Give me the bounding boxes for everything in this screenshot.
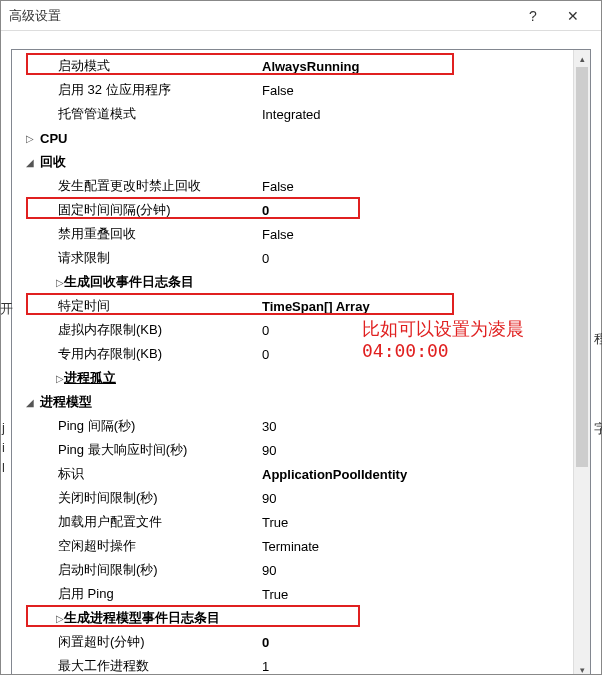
category-label: CPU [36,131,282,146]
property-label: 空闲超时操作 [12,537,258,555]
property-row[interactable]: 虚拟内存限制(KB)0 [12,318,590,342]
property-value[interactable]: AlwaysRunning [258,59,590,74]
expander-closed-icon[interactable]: ▷ [18,133,36,144]
property-row[interactable]: Ping 间隔(秒)30 [12,414,590,438]
bg-fragment: i [2,440,5,455]
property-row[interactable]: 托管管道模式Integrated [12,102,590,126]
property-label: Ping 最大响应时间(秒) [12,441,258,459]
property-row[interactable]: 闲置超时(分钟)0 [12,630,590,654]
property-row[interactable]: 特定时间TimeSpan[] Array [12,294,590,318]
property-row[interactable]: 启用 PingTrue [12,582,590,606]
property-label: 专用内存限制(KB) [12,345,258,363]
property-value[interactable]: False [258,227,590,242]
property-row[interactable]: ▷CPU [12,126,590,150]
expander-closed-icon[interactable]: ▷ [36,613,60,624]
property-grid[interactable]: 比如可以设置为凌晨 04:00:00 启动模式AlwaysRunning启用 3… [11,49,591,674]
property-row[interactable]: 启动模式AlwaysRunning [12,54,590,78]
category-label: 生成回收事件日志条目 [60,273,306,291]
property-value[interactable]: 0 [258,203,590,218]
property-label: 启用 32 位应用程序 [12,81,258,99]
property-value[interactable]: Integrated [258,107,590,122]
property-label: 发生配置更改时禁止回收 [12,177,258,195]
property-row[interactable]: ▷生成回收事件日志条目 [12,270,590,294]
property-row[interactable]: ◢回收 [12,150,590,174]
scroll-down-icon[interactable]: ▾ [574,661,590,674]
category-label: 进程模型 [36,393,282,411]
property-value[interactable]: True [258,515,590,530]
property-row[interactable]: 关闭时间限制(秒)90 [12,486,590,510]
property-row[interactable]: ◢进程模型 [12,390,590,414]
grid-body: 启动模式AlwaysRunning启用 32 位应用程序False托管管道模式I… [12,50,590,674]
property-value[interactable]: False [258,179,590,194]
property-label: Ping 间隔(秒) [12,417,258,435]
property-row[interactable]: 启用 32 位应用程序False [12,78,590,102]
property-value[interactable]: Terminate [258,539,590,554]
property-label: 托管管道模式 [12,105,258,123]
category-label: 生成进程模型事件日志条目 [60,609,306,627]
category-label: 回收 [36,153,282,171]
property-value[interactable]: 0 [258,347,590,362]
bg-fragment: 开 [0,300,13,318]
property-label: 加载用户配置文件 [12,513,258,531]
property-label: 标识 [12,465,258,483]
scroll-up-icon[interactable]: ▴ [574,50,590,67]
property-label: 虚拟内存限制(KB) [12,321,258,339]
property-label: 请求限制 [12,249,258,267]
property-value[interactable]: 0 [258,635,590,650]
bg-fragment: 字 [594,420,602,438]
property-row[interactable]: 固定时间间隔(分钟)0 [12,198,590,222]
property-label: 闲置超时(分钟) [12,633,258,651]
property-value[interactable]: 90 [258,443,590,458]
expander-closed-icon[interactable]: ▷ [36,373,60,384]
property-value[interactable]: True [258,587,590,602]
property-value[interactable]: TimeSpan[] Array [258,299,590,314]
property-value[interactable]: 0 [258,323,590,338]
close-button[interactable]: ✕ [553,1,593,31]
property-row[interactable]: 禁用重叠回收False [12,222,590,246]
property-row[interactable]: Ping 最大响应时间(秒)90 [12,438,590,462]
property-label: 特定时间 [12,297,258,315]
category-label: 进程孤立 [60,369,306,387]
bg-fragment: l [2,460,5,475]
scroll-thumb[interactable] [576,67,588,467]
property-label: 启动时间限制(秒) [12,561,258,579]
property-row[interactable]: ▷生成进程模型事件日志条目 [12,606,590,630]
vertical-scrollbar[interactable]: ▴ ▾ [573,50,590,674]
property-label: 关闭时间限制(秒) [12,489,258,507]
property-label: 固定时间间隔(分钟) [12,201,258,219]
bg-fragment: j [2,420,5,435]
property-row[interactable]: 最大工作进程数1 [12,654,590,674]
property-value[interactable]: ApplicationPoolIdentity [258,467,590,482]
advanced-settings-dialog: 高级设置 ? ✕ 比如可以设置为凌晨 04:00:00 启动模式AlwaysRu… [0,0,602,675]
property-row[interactable]: ▷进程孤立 [12,366,590,390]
property-label: 禁用重叠回收 [12,225,258,243]
dialog-content: 比如可以设置为凌晨 04:00:00 启动模式AlwaysRunning启用 3… [1,31,601,674]
property-row[interactable]: 请求限制0 [12,246,590,270]
property-row[interactable]: 标识ApplicationPoolIdentity [12,462,590,486]
property-label: 启用 Ping [12,585,258,603]
expander-closed-icon[interactable]: ▷ [36,277,60,288]
property-value[interactable]: 90 [258,563,590,578]
property-row[interactable]: 启动时间限制(秒)90 [12,558,590,582]
property-value[interactable]: 0 [258,251,590,266]
property-label: 启动模式 [12,57,258,75]
expander-open-icon[interactable]: ◢ [18,397,36,408]
property-value[interactable]: 1 [258,659,590,674]
property-row[interactable]: 加载用户配置文件True [12,510,590,534]
property-label: 最大工作进程数 [12,657,258,674]
property-value[interactable]: False [258,83,590,98]
bg-fragment: 程 [594,330,602,348]
property-value[interactable]: 30 [258,419,590,434]
property-value[interactable]: 90 [258,491,590,506]
titlebar: 高级设置 ? ✕ [1,1,601,31]
help-button[interactable]: ? [513,1,553,31]
property-row[interactable]: 空闲超时操作Terminate [12,534,590,558]
expander-open-icon[interactable]: ◢ [18,157,36,168]
property-row[interactable]: 发生配置更改时禁止回收False [12,174,590,198]
window-title: 高级设置 [9,7,513,25]
property-row[interactable]: 专用内存限制(KB)0 [12,342,590,366]
